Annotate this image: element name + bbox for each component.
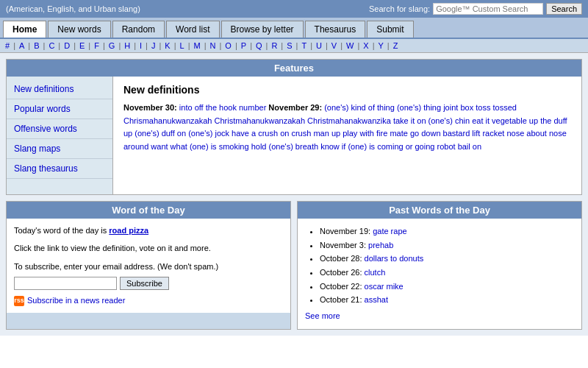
word-have-a-crush[interactable]: have a crush on xyxy=(232,129,289,138)
main-content: Features New definitions Popular words O… xyxy=(0,53,588,336)
letter-v[interactable]: V xyxy=(329,40,339,51)
past-words-content: November 19: gate rape November 3: preha… xyxy=(298,219,581,329)
letter-y[interactable]: Y xyxy=(376,40,385,51)
word-up-the-duff[interactable]: up the duff xyxy=(529,116,567,125)
word-bastard[interactable]: bastard xyxy=(443,129,470,138)
letter-d[interactable]: D xyxy=(62,40,72,51)
list-item: October 22: oscar mike xyxy=(320,280,574,294)
letter-r[interactable]: R xyxy=(269,40,279,51)
letter-l[interactable]: L xyxy=(178,40,187,51)
letter-c[interactable]: C xyxy=(46,40,57,51)
nov29-label: November 29: xyxy=(268,103,322,112)
letter-a[interactable]: A xyxy=(17,40,26,51)
sidebar-offensive-words[interactable]: Offensive words xyxy=(7,119,112,139)
features-box: Features New definitions Popular words O… xyxy=(6,59,582,195)
letter-i[interactable]: I xyxy=(137,40,144,51)
search-area: Search for slang: Search xyxy=(369,3,582,15)
wotd-description: Click the link to view the definition, v… xyxy=(14,242,283,255)
word-know-coming-going[interactable]: know if (one) is coming or going xyxy=(320,142,434,151)
sidebar-slang-maps[interactable]: Slang maps xyxy=(7,139,112,159)
letter-k[interactable]: K xyxy=(162,40,172,51)
tab-word-list[interactable]: Word list xyxy=(166,21,219,38)
features-inner: New definitions Popular words Offensive … xyxy=(7,77,581,194)
sidebar-new-definitions[interactable]: New definitions xyxy=(7,79,112,99)
features-content: New definitions November 30: into off th… xyxy=(113,77,581,194)
tab-submit[interactable]: Submit xyxy=(367,21,413,38)
letter-w[interactable]: W xyxy=(344,40,356,51)
letter-q[interactable]: Q xyxy=(254,40,265,51)
word-joint[interactable]: joint xyxy=(443,103,458,112)
word-lift[interactable]: lift xyxy=(472,129,480,138)
past-word-asshat[interactable]: asshat xyxy=(365,295,388,304)
past-word-clutch[interactable]: clutch xyxy=(365,268,386,277)
tab-new-words[interactable]: New words xyxy=(48,21,110,38)
features-title: Features xyxy=(7,60,581,77)
letter-m[interactable]: M xyxy=(192,40,203,51)
word-racket[interactable]: racket xyxy=(482,129,504,138)
word-on-ones-jock[interactable]: on (one's) jock xyxy=(177,129,229,138)
letter-z[interactable]: Z xyxy=(391,40,401,51)
see-more-link[interactable]: See more xyxy=(305,310,574,323)
word-ones-thing[interactable]: (one's) thing xyxy=(397,103,441,112)
past-word-gate-rape[interactable]: gate rape xyxy=(373,227,406,236)
letter-n[interactable]: N xyxy=(208,40,218,51)
word-chris2[interactable]: Christmahanukwanzakah xyxy=(215,116,306,125)
letter-b[interactable]: B xyxy=(32,40,41,51)
letter-h[interactable]: H xyxy=(122,40,132,51)
site-subtitle: (American, English, and Urban slang) xyxy=(6,4,140,13)
letter-p[interactable]: P xyxy=(239,40,248,51)
wotd-subscribe-button[interactable]: Subscribe xyxy=(120,277,169,290)
past-word-oscar-mike[interactable]: oscar mike xyxy=(365,282,404,291)
tab-thesaurus[interactable]: Thesaurus xyxy=(305,21,366,38)
past-word-dollars-to-donuts[interactable]: dollars to donuts xyxy=(365,254,424,263)
top-bar: (American, English, and Urban slang) Sea… xyxy=(0,0,588,18)
word-into[interactable]: into xyxy=(179,103,193,112)
search-button[interactable]: Search xyxy=(546,3,582,15)
word-take-it-on-chin[interactable]: take it on (one's) chin xyxy=(393,116,470,125)
word-bail-on[interactable]: bail on xyxy=(458,142,481,151)
word-mate[interactable]: mate xyxy=(390,129,407,138)
word-number[interactable]: number xyxy=(239,103,266,112)
letter-hash[interactable]: # xyxy=(3,40,12,51)
letter-o[interactable]: O xyxy=(223,40,234,51)
word-eat-it[interactable]: eat it xyxy=(472,116,490,125)
word-vegetable[interactable]: vegetable xyxy=(492,116,527,125)
word-play-with-fire[interactable]: play with fire xyxy=(343,129,387,138)
past-word-prehab[interactable]: prehab xyxy=(368,241,393,250)
wotd-word-link[interactable]: road pizza xyxy=(109,226,148,235)
word-chris3[interactable]: Christmahanakwanzika xyxy=(307,116,391,125)
sidebar-slang-thesaurus[interactable]: Slang thesaurus xyxy=(7,159,112,179)
rss-icon: rss xyxy=(14,296,24,306)
word-box[interactable]: box xyxy=(460,103,473,112)
letter-x[interactable]: X xyxy=(361,40,370,51)
word-off-the-hook[interactable]: off the hook xyxy=(195,103,237,112)
sidebar-popular-words[interactable]: Popular words xyxy=(7,99,112,119)
word-go-down[interactable]: go down xyxy=(410,129,441,138)
tab-random[interactable]: Random xyxy=(112,21,165,38)
letter-e[interactable]: E xyxy=(77,40,87,51)
word-up-ones-duff[interactable]: up (one's) duff xyxy=(123,129,175,138)
word-hold-breath[interactable]: hold (one's) breath xyxy=(251,142,318,151)
tab-home[interactable]: Home xyxy=(3,21,46,38)
wotd-email-input[interactable] xyxy=(14,277,117,290)
word-want-smoking[interactable]: want what (one) is smoking xyxy=(151,142,248,151)
word-toss[interactable]: toss xyxy=(476,103,490,112)
word-crush[interactable]: crush xyxy=(291,129,311,138)
letter-t[interactable]: T xyxy=(299,40,309,51)
search-input[interactable] xyxy=(433,3,543,15)
word-robot[interactable]: robot xyxy=(437,142,455,151)
letter-s[interactable]: S xyxy=(284,40,294,51)
rss-link[interactable]: Subscribe in a news reader xyxy=(27,294,125,308)
letter-f[interactable]: F xyxy=(92,40,101,51)
letter-u[interactable]: U xyxy=(314,40,324,51)
nav-tabs: Home New words Random Word list Browse b… xyxy=(0,18,588,39)
letter-g[interactable]: G xyxy=(107,40,118,51)
past-words-title: Past Words of the Day xyxy=(298,202,581,219)
word-nose-about[interactable]: nose about xyxy=(506,129,546,138)
word-man-up[interactable]: man up xyxy=(313,129,340,138)
word-tossed[interactable]: tossed xyxy=(492,103,516,112)
word-chris1[interactable]: Chrismahanukwanzakah xyxy=(123,116,212,125)
tab-browse-by-letter[interactable]: Browse by letter xyxy=(221,21,304,38)
word-ones-kind-of-thing[interactable]: (one's) kind of thing xyxy=(324,103,395,112)
letter-j[interactable]: J xyxy=(149,40,158,51)
